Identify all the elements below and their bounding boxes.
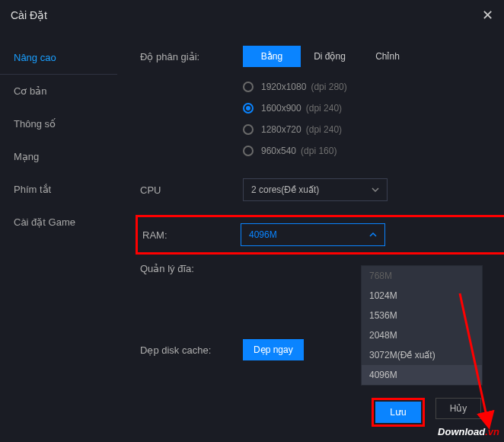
action-bar: Lưu Hủy <box>372 398 481 427</box>
sidebar-item-shortcuts[interactable]: Phím tắt <box>0 173 117 206</box>
window-title: Cài Đặt <box>11 9 47 21</box>
ram-option-2048[interactable]: 2048M <box>362 325 482 345</box>
resolution-row: Độ phân giải: Bằng Di động Chỉnh <box>140 46 481 67</box>
titlebar: Cài Đặt ✕ <box>0 0 504 30</box>
cpu-label: CPU <box>140 184 243 196</box>
main: Nâng cao Cơ bản Thông số Mạng Phím tắt C… <box>0 30 504 442</box>
content-panel: Độ phân giải: Bằng Di động Chỉnh 1920x10… <box>117 30 504 442</box>
sidebar-item-basic[interactable]: Cơ bản <box>0 75 117 107</box>
sidebar-item-game[interactable]: Cài đặt Game <box>0 206 117 239</box>
cpu-select[interactable]: 2 cores(Đề xuất) <box>243 178 388 201</box>
radio-icon <box>243 146 254 156</box>
res-1920[interactable]: 1920x1080(dpi 280) <box>243 76 481 98</box>
chevron-up-icon <box>369 231 377 239</box>
sidebar-item-params[interactable]: Thông số <box>0 107 117 140</box>
ram-option-768[interactable]: 768M <box>362 266 482 286</box>
resolution-label: Độ phân giải: <box>140 51 243 62</box>
tab-equal[interactable]: Bằng <box>243 46 301 67</box>
res-1280[interactable]: 1280x720(dpi 240) <box>243 119 481 140</box>
ram-row: RAM: 4096M <box>142 223 504 246</box>
res-960[interactable]: 960x540(dpi 160) <box>243 140 481 162</box>
dep-now-button[interactable]: Dẹp ngay <box>243 339 304 360</box>
cpu-value: 2 cores(Đề xuất) <box>251 184 319 195</box>
cancel-button[interactable]: Hủy <box>435 398 481 419</box>
resolution-tabs: Bằng Di động Chỉnh <box>243 46 416 67</box>
sidebar-item-network[interactable]: Mạng <box>0 140 117 173</box>
ram-highlight: RAM: 4096M <box>136 215 504 255</box>
ram-select[interactable]: 4096M <box>241 223 385 246</box>
ram-value: 4096M <box>249 229 277 240</box>
ram-option-1024[interactable]: 1024M <box>362 286 482 306</box>
chevron-down-icon <box>372 186 379 194</box>
res-1600[interactable]: 1600x900(dpi 240) <box>243 98 481 119</box>
ram-option-4096[interactable]: 4096M <box>362 365 482 385</box>
disk-label: Quản lý đĩa: <box>140 263 243 274</box>
save-highlight: Lưu <box>372 398 425 427</box>
resolution-options: 1920x1080(dpi 280) 1600x900(dpi 240) 128… <box>243 76 481 162</box>
cpu-row: CPU 2 cores(Đề xuất) <box>140 178 481 201</box>
save-button[interactable]: Lưu <box>375 402 421 423</box>
radio-icon <box>243 82 254 92</box>
tab-custom[interactable]: Chỉnh <box>359 46 416 67</box>
dep-label: Dẹp disk cache: <box>140 344 243 356</box>
sidebar-item-advanced[interactable]: Nâng cao <box>0 41 117 75</box>
tab-mobile[interactable]: Di động <box>301 46 359 67</box>
watermark: Download.vn <box>438 426 499 437</box>
ram-option-3072[interactable]: 3072M(Đề xuất) <box>362 345 482 365</box>
radio-icon <box>243 103 254 114</box>
sidebar: Nâng cao Cơ bản Thông số Mạng Phím tắt C… <box>0 30 117 442</box>
radio-icon <box>243 124 254 135</box>
ram-label: RAM: <box>142 229 241 241</box>
close-icon[interactable]: ✕ <box>482 7 493 24</box>
ram-dropdown: 768M 1024M 1536M 2048M 3072M(Đề xuất) 40… <box>361 265 483 386</box>
ram-option-1536[interactable]: 1536M <box>362 306 482 325</box>
